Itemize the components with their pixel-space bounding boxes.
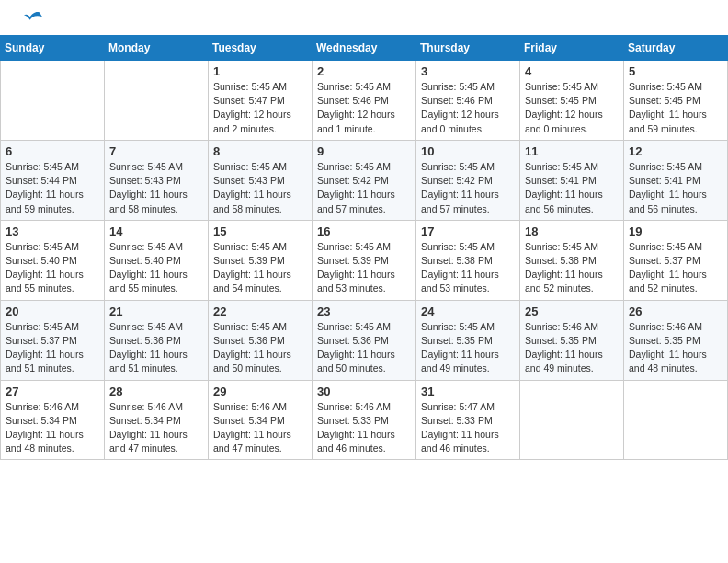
calendar-cell: 3Sunrise: 5:45 AMSunset: 5:46 PMDaylight… — [416, 61, 520, 141]
day-info: Sunrise: 5:45 AMSunset: 5:45 PMDaylight:… — [525, 80, 619, 136]
calendar-cell: 2Sunrise: 5:45 AMSunset: 5:46 PMDaylight… — [313, 61, 416, 141]
day-info: Sunrise: 5:45 AMSunset: 5:35 PMDaylight:… — [421, 320, 515, 376]
calendar-week-row: 6Sunrise: 5:45 AMSunset: 5:44 PMDaylight… — [1, 140, 728, 220]
day-info: Sunrise: 5:45 AMSunset: 5:41 PMDaylight:… — [629, 160, 722, 216]
calendar-cell: 12Sunrise: 5:45 AMSunset: 5:41 PMDayligh… — [624, 140, 728, 220]
day-info: Sunrise: 5:45 AMSunset: 5:46 PMDaylight:… — [421, 80, 515, 136]
calendar-cell: 5Sunrise: 5:45 AMSunset: 5:45 PMDaylight… — [624, 61, 728, 141]
day-info: Sunrise: 5:45 AMSunset: 5:40 PMDaylight:… — [109, 240, 203, 296]
calendar-cell: 22Sunrise: 5:45 AMSunset: 5:36 PMDayligh… — [209, 300, 313, 380]
day-number: 5 — [629, 64, 722, 78]
calendar-week-row: 13Sunrise: 5:45 AMSunset: 5:40 PMDayligh… — [1, 220, 728, 300]
logo — [22, 17, 42, 28]
header-saturday: Saturday — [624, 36, 728, 61]
header-tuesday: Tuesday — [209, 36, 313, 61]
day-number: 7 — [109, 144, 203, 158]
calendar-cell — [1, 61, 105, 141]
calendar-cell: 21Sunrise: 5:45 AMSunset: 5:36 PMDayligh… — [105, 300, 209, 380]
calendar-cell: 9Sunrise: 5:45 AMSunset: 5:42 PMDaylight… — [313, 140, 416, 220]
header-friday: Friday — [520, 36, 624, 61]
calendar-week-row: 20Sunrise: 5:45 AMSunset: 5:37 PMDayligh… — [1, 300, 728, 380]
day-number: 20 — [6, 304, 99, 318]
day-number: 28 — [109, 385, 203, 398]
day-number: 2 — [317, 64, 411, 78]
day-info: Sunrise: 5:45 AMSunset: 5:39 PMDaylight:… — [317, 240, 411, 296]
day-info: Sunrise: 5:45 AMSunset: 5:39 PMDaylight:… — [213, 240, 307, 296]
day-number: 13 — [6, 224, 99, 238]
logo-bird-icon — [24, 9, 42, 28]
header-monday: Monday — [105, 36, 209, 61]
day-info: Sunrise: 5:45 AMSunset: 5:45 PMDaylight:… — [629, 80, 722, 136]
page-header — [0, 0, 728, 35]
calendar-cell: 19Sunrise: 5:45 AMSunset: 5:37 PMDayligh… — [624, 220, 728, 300]
calendar-week-row: 1Sunrise: 5:45 AMSunset: 5:47 PMDaylight… — [1, 61, 728, 141]
day-number: 10 — [421, 144, 515, 158]
calendar-cell: 29Sunrise: 5:46 AMSunset: 5:34 PMDayligh… — [209, 380, 313, 460]
calendar-cell: 18Sunrise: 5:45 AMSunset: 5:38 PMDayligh… — [520, 220, 624, 300]
day-number: 8 — [213, 144, 307, 158]
calendar-cell: 23Sunrise: 5:45 AMSunset: 5:36 PMDayligh… — [313, 300, 416, 380]
calendar-cell — [624, 380, 728, 460]
day-number: 11 — [525, 144, 619, 158]
day-number: 4 — [525, 64, 619, 78]
calendar-cell — [520, 380, 624, 460]
calendar-header-row: SundayMondayTuesdayWednesdayThursdayFrid… — [1, 36, 728, 61]
day-number: 1 — [213, 64, 307, 78]
day-number: 27 — [6, 385, 99, 398]
day-number: 16 — [317, 224, 411, 238]
day-info: Sunrise: 5:45 AMSunset: 5:40 PMDaylight:… — [6, 240, 99, 296]
day-number: 30 — [317, 385, 411, 398]
calendar-cell: 27Sunrise: 5:46 AMSunset: 5:34 PMDayligh… — [1, 380, 105, 460]
day-info: Sunrise: 5:45 AMSunset: 5:41 PMDaylight:… — [525, 160, 619, 216]
calendar-cell: 14Sunrise: 5:45 AMSunset: 5:40 PMDayligh… — [105, 220, 209, 300]
calendar-cell: 8Sunrise: 5:45 AMSunset: 5:43 PMDaylight… — [209, 140, 313, 220]
day-info: Sunrise: 5:45 AMSunset: 5:38 PMDaylight:… — [525, 240, 619, 296]
day-number: 9 — [317, 144, 411, 158]
day-info: Sunrise: 5:45 AMSunset: 5:36 PMDaylight:… — [317, 320, 411, 376]
day-info: Sunrise: 5:45 AMSunset: 5:43 PMDaylight:… — [109, 160, 203, 216]
day-number: 23 — [317, 304, 411, 318]
day-info: Sunrise: 5:45 AMSunset: 5:36 PMDaylight:… — [109, 320, 203, 376]
calendar-cell — [105, 61, 209, 141]
calendar-cell: 10Sunrise: 5:45 AMSunset: 5:42 PMDayligh… — [416, 140, 520, 220]
calendar-cell: 15Sunrise: 5:45 AMSunset: 5:39 PMDayligh… — [209, 220, 313, 300]
calendar-cell: 16Sunrise: 5:45 AMSunset: 5:39 PMDayligh… — [313, 220, 416, 300]
calendar-cell: 24Sunrise: 5:45 AMSunset: 5:35 PMDayligh… — [416, 300, 520, 380]
calendar-cell: 26Sunrise: 5:46 AMSunset: 5:35 PMDayligh… — [624, 300, 728, 380]
day-number: 24 — [421, 304, 515, 318]
day-number: 26 — [629, 304, 722, 318]
day-info: Sunrise: 5:47 AMSunset: 5:33 PMDaylight:… — [421, 400, 515, 456]
header-thursday: Thursday — [416, 36, 520, 61]
day-info: Sunrise: 5:46 AMSunset: 5:34 PMDaylight:… — [109, 400, 203, 456]
calendar-cell: 1Sunrise: 5:45 AMSunset: 5:47 PMDaylight… — [209, 61, 313, 141]
day-number: 18 — [525, 224, 619, 238]
header-wednesday: Wednesday — [313, 36, 416, 61]
day-info: Sunrise: 5:45 AMSunset: 5:46 PMDaylight:… — [317, 80, 411, 136]
calendar-week-row: 27Sunrise: 5:46 AMSunset: 5:34 PMDayligh… — [1, 380, 728, 460]
day-info: Sunrise: 5:46 AMSunset: 5:33 PMDaylight:… — [317, 400, 411, 456]
day-number: 21 — [109, 304, 203, 318]
calendar-table: SundayMondayTuesdayWednesdayThursdayFrid… — [0, 35, 728, 460]
day-number: 19 — [629, 224, 722, 238]
day-number: 15 — [213, 224, 307, 238]
day-info: Sunrise: 5:45 AMSunset: 5:36 PMDaylight:… — [213, 320, 307, 376]
day-number: 31 — [421, 385, 515, 398]
day-number: 17 — [421, 224, 515, 238]
calendar-cell: 30Sunrise: 5:46 AMSunset: 5:33 PMDayligh… — [313, 380, 416, 460]
day-number: 3 — [421, 64, 515, 78]
calendar-cell: 31Sunrise: 5:47 AMSunset: 5:33 PMDayligh… — [416, 380, 520, 460]
calendar-cell: 6Sunrise: 5:45 AMSunset: 5:44 PMDaylight… — [1, 140, 105, 220]
day-info: Sunrise: 5:45 AMSunset: 5:42 PMDaylight:… — [421, 160, 515, 216]
day-info: Sunrise: 5:45 AMSunset: 5:43 PMDaylight:… — [213, 160, 307, 216]
day-number: 22 — [213, 304, 307, 318]
calendar-cell: 25Sunrise: 5:46 AMSunset: 5:35 PMDayligh… — [520, 300, 624, 380]
calendar-cell: 17Sunrise: 5:45 AMSunset: 5:38 PMDayligh… — [416, 220, 520, 300]
day-number: 12 — [629, 144, 722, 158]
day-number: 14 — [109, 224, 203, 238]
day-number: 29 — [213, 385, 307, 398]
day-info: Sunrise: 5:46 AMSunset: 5:35 PMDaylight:… — [525, 320, 619, 376]
calendar-cell: 20Sunrise: 5:45 AMSunset: 5:37 PMDayligh… — [1, 300, 105, 380]
calendar-cell: 11Sunrise: 5:45 AMSunset: 5:41 PMDayligh… — [520, 140, 624, 220]
header-sunday: Sunday — [1, 36, 105, 61]
day-number: 25 — [525, 304, 619, 318]
